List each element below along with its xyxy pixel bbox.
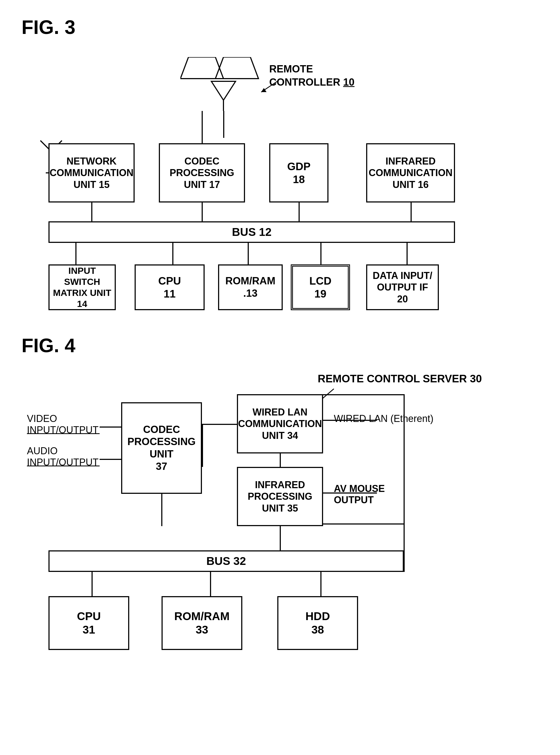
video-underline (27, 433, 100, 434)
bus-to-lcd (320, 243, 321, 264)
audio-underline (27, 465, 100, 466)
input-switch-matrix-unit-14: INPUT SWITCHMATRIX UNIT14 (48, 264, 116, 310)
audio-to-codec-line (100, 459, 121, 460)
wired-lan-label: WIRED LAN (Etherent) (334, 413, 434, 424)
video-to-codec-line (100, 426, 121, 428)
romram-13: ROM/RAM.13 (218, 264, 283, 310)
infrared-to-bus (411, 202, 412, 222)
bus-to-cpu31 (92, 572, 93, 596)
infrared-to-avmouse (323, 493, 377, 494)
network-to-bus (91, 202, 92, 222)
cpu-11: CPU11 (135, 264, 205, 310)
wired-lan-to-label (323, 420, 377, 421)
codec-to-wlan-hline (202, 424, 238, 425)
data-input-output-if-20: DATA INPUT/OUTPUT IF20 (366, 264, 439, 310)
bus-to-datainput (406, 243, 407, 264)
lcd-19: LCD19 (291, 264, 350, 310)
gdp-to-bus (299, 202, 300, 222)
infrared-to-bus4 (280, 526, 281, 550)
bus-to-input-switch (75, 243, 77, 264)
fig3-diagram: REMOTECONTROLLER 10 NETWORKCOMMUNICATION… (22, 49, 533, 313)
cpu-31: CPU31 (48, 596, 129, 650)
romram-33: ROM/RAM33 (162, 596, 242, 650)
hdd-38: HDD38 (277, 596, 358, 650)
bus-to-romram33 (210, 572, 211, 596)
network-communication-unit: NETWORKCOMMUNICATIONUNIT 15 (48, 143, 135, 202)
bus-12: BUS 12 (48, 221, 455, 243)
bus-to-romram (248, 243, 249, 264)
codec-left-vline (202, 424, 203, 467)
remote-controller-symbol (180, 57, 266, 111)
audio-input-output-label: AUDIOINPUT/OUTPUT (27, 445, 99, 468)
codec-processing-unit-37: CODECPROCESSINGUNIT37 (121, 402, 202, 494)
bus-to-hdd38 (320, 572, 321, 596)
rc-to-codec-vline (223, 111, 224, 138)
codec-to-bus4 (161, 494, 162, 526)
codec-to-bus (202, 202, 203, 222)
bus-32: BUS 32 (48, 550, 404, 572)
svg-marker-2 (211, 81, 236, 100)
infrared-processing-unit-35: INFRAREDPROCESSINGUNIT 35 (237, 467, 323, 526)
bus-to-cpu (172, 243, 173, 264)
codec-processing-unit-17: CODECPROCESSINGUNIT 17 (159, 143, 245, 202)
top-hline-right (280, 394, 404, 395)
infrared-right-hline (323, 523, 404, 524)
wired-lan-comm-unit-34: WIRED LANCOMMUNICATIONUNIT 34 (237, 394, 323, 453)
rc-arrow (258, 79, 280, 95)
gdp-18: GDP18 (269, 143, 328, 202)
fig4-diagram: REMOTE CONTROL SERVER 30 VIDEOINPUT/OUTP… (22, 367, 533, 690)
remote-control-server-label: REMOTE CONTROL SERVER 30 (318, 373, 482, 385)
remote-controller-label: REMOTECONTROLLER 10 (269, 62, 355, 89)
fig4-label: FIG. 4 (22, 334, 538, 357)
right-vline-full (404, 394, 405, 550)
right-to-bus4 (404, 550, 405, 572)
fig3-label: FIG. 3 (22, 16, 538, 38)
av-mouse-output-label: AV MOUSEOUTPUT (334, 483, 385, 506)
remote-to-codec (202, 111, 203, 143)
infrared-communication-unit-16: INFRAREDCOMMUNICATIONUNIT 16 (366, 143, 455, 202)
wlan-to-infrared-vline (280, 453, 281, 468)
video-input-output-label: VIDEOINPUT/OUTPUT (27, 413, 99, 436)
